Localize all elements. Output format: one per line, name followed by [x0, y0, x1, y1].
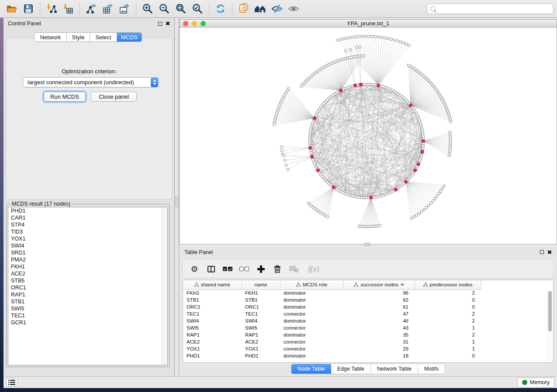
vertical-splitter[interactable]: [175, 18, 179, 376]
column-header-predecessor-nodes[interactable]: predecessor nodes: [415, 280, 481, 289]
mcds-result-item[interactable]: RAP1: [8, 291, 167, 298]
table-toolbar: ⚙: [183, 260, 554, 278]
save-session-button[interactable]: [20, 2, 37, 16]
zoom-out-button[interactable]: [156, 2, 173, 16]
export-table-button[interactable]: [100, 2, 116, 16]
table-cell: 1: [415, 324, 481, 331]
mcds-result-item[interactable]: STP4: [8, 221, 167, 228]
table-row[interactable]: PHD1PHD1dominator180: [183, 352, 481, 359]
close-panel-icon[interactable]: ✖: [166, 21, 170, 26]
delete-table-button[interactable]: [289, 263, 299, 275]
mcds-result-item[interactable]: SWI4: [8, 242, 167, 249]
mcds-result-item[interactable]: TID3: [8, 228, 167, 235]
unchecked-boxes-icon: [239, 267, 249, 271]
network-canvas[interactable]: [179, 28, 557, 244]
scrollbar-thumb[interactable]: [548, 291, 552, 331]
table-cell: 29: [343, 345, 415, 352]
show-all-button[interactable]: [285, 2, 302, 16]
table-cell: YOX1: [242, 345, 280, 352]
column-header-MCDS-role[interactable]: MCDS role: [280, 280, 343, 289]
plus-icon: [257, 265, 265, 273]
horizontal-splitter[interactable]: [179, 244, 557, 247]
table-settings-button[interactable]: ⚙: [189, 263, 200, 275]
node-table[interactable]: shared namenameMCDS rolesuccessor nodesp…: [183, 280, 481, 359]
table-row[interactable]: ORC1ORC1dominator610: [183, 303, 481, 310]
table-row[interactable]: TEC1TEC1connector472: [183, 310, 481, 317]
clone-network-button[interactable]: [235, 2, 252, 16]
network-graph[interactable]: [180, 28, 557, 244]
mcds-result-item[interactable]: PHD1: [8, 207, 167, 214]
tab-mcds[interactable]: MCDS: [117, 33, 142, 41]
deselect-all-button[interactable]: [239, 263, 249, 275]
function-builder-button[interactable]: f(x): [305, 263, 322, 275]
select-all-button[interactable]: [222, 263, 233, 275]
refresh-button[interactable]: [212, 2, 229, 16]
mcds-result-item[interactable]: SWI5: [8, 305, 167, 312]
table-cell: STB1: [183, 296, 242, 303]
table-scrollbar[interactable]: [547, 290, 552, 361]
mcds-result-item[interactable]: ACE2: [8, 270, 167, 277]
mcds-result-item[interactable]: SRD1: [8, 249, 167, 256]
zoom-selected-button[interactable]: [189, 2, 206, 16]
close-panel-button[interactable]: Close panel: [91, 92, 137, 102]
add-column-button[interactable]: [256, 263, 266, 275]
network-titlebar[interactable]: YPA_prune.txt_1: [179, 19, 557, 28]
list-scrollbar[interactable]: [162, 207, 167, 365]
mcds-result-item[interactable]: YOX1: [8, 235, 167, 242]
mcds-result-item[interactable]: ORC1: [8, 284, 167, 291]
table-row[interactable]: RAP1RAP1dominator352: [183, 331, 481, 338]
dropdown-stepper-icon: [151, 78, 158, 87]
tab-network[interactable]: Network: [35, 33, 67, 41]
save-floppy-icon: [23, 3, 34, 14]
search-input[interactable]: [438, 6, 550, 12]
table-row[interactable]: SWI5SWI5connector431: [183, 324, 481, 331]
hide-selected-button[interactable]: [269, 2, 285, 16]
table-cell: FKH1: [242, 289, 280, 296]
run-mcds-button[interactable]: Run MCDS: [44, 92, 86, 102]
float-panel-icon[interactable]: [158, 22, 162, 26]
table-row[interactable]: SWI4SWI4dominator462: [183, 317, 481, 324]
tab-edge-table[interactable]: Edge Table: [331, 364, 371, 374]
delete-column-button[interactable]: [272, 263, 283, 275]
column-header-name[interactable]: name: [242, 280, 280, 289]
neighbors-button[interactable]: [252, 2, 269, 16]
splitter-handle[interactable]: [364, 243, 370, 246]
table-row[interactable]: YOX1YOX1connector291: [183, 345, 481, 352]
tab-style[interactable]: Style: [67, 33, 90, 41]
table-cell: 0: [415, 296, 481, 303]
column-header-shared-name[interactable]: shared name: [183, 280, 242, 289]
mcds-result-item[interactable]: PMA2: [8, 256, 167, 263]
tab-node-table[interactable]: Node Table: [291, 364, 331, 374]
column-header-successor-nodes[interactable]: successor nodes: [343, 280, 415, 289]
export-image-button[interactable]: [116, 2, 133, 16]
splitter-handle[interactable]: [175, 196, 178, 207]
memory-button[interactable]: Memory: [517, 378, 554, 388]
task-history-button[interactable]: [6, 378, 17, 387]
table-row[interactable]: ACE2ACE2connector311: [183, 338, 481, 345]
mcds-result-item[interactable]: CAR1: [8, 214, 167, 221]
import-table-button[interactable]: [60, 2, 76, 16]
zoom-fit-button[interactable]: [173, 2, 189, 16]
close-panel-icon[interactable]: ✖: [547, 250, 552, 255]
mcds-result-item[interactable]: TEC1: [8, 312, 167, 319]
attribute-type-icon: [354, 282, 358, 287]
table-row[interactable]: STB1STB1dominator620: [183, 296, 481, 303]
import-network-button[interactable]: [43, 2, 60, 16]
float-panel-icon[interactable]: [540, 250, 544, 254]
table-cell: ACE2: [242, 338, 280, 345]
tab-motifs[interactable]: Motifs: [418, 364, 445, 374]
criterion-dropdown[interactable]: largest connected component (undirected): [23, 77, 159, 87]
tab-select[interactable]: Select: [90, 33, 117, 41]
table-row[interactable]: FKH1FKH1dominator962: [183, 289, 481, 296]
tab-network-table[interactable]: Network Table: [371, 364, 418, 374]
eye-slash-icon: [271, 3, 283, 14]
mcds-result-item[interactable]: FKH1: [8, 263, 167, 270]
open-session-button[interactable]: [3, 2, 20, 16]
mcds-result-list[interactable]: PHD1CAR1STP4TID3YOX1SWI4SRD1PMA2FKH1ACE2…: [8, 207, 168, 365]
toggle-panes-button[interactable]: [206, 263, 216, 275]
mcds-result-item[interactable]: STB1: [8, 298, 167, 305]
export-network-button[interactable]: [83, 2, 100, 16]
mcds-result-item[interactable]: STB5: [8, 277, 167, 284]
mcds-result-item[interactable]: GCR1: [8, 319, 167, 326]
zoom-in-button[interactable]: [139, 2, 156, 16]
